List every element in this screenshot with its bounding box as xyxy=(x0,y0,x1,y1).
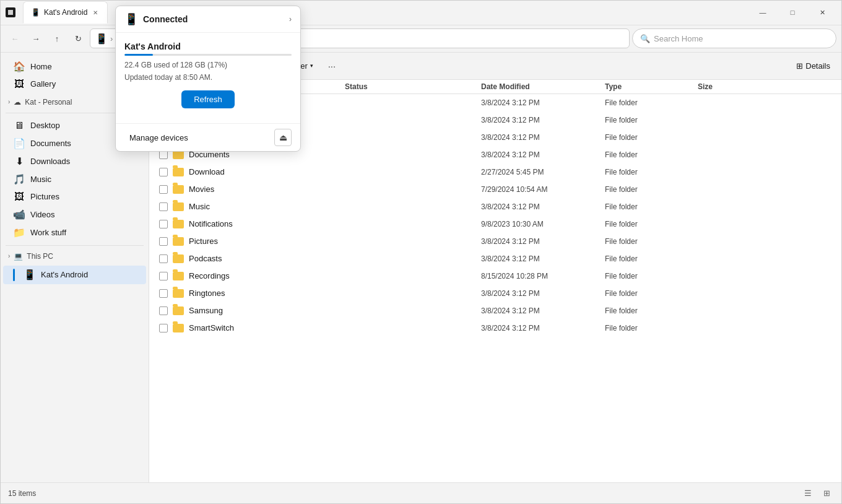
popup-device-icon: 📱 xyxy=(124,12,138,26)
popup-device-name: Kat's Android xyxy=(124,41,292,51)
popup-updated-text: Updated today at 8:50 AM. xyxy=(124,73,292,82)
popup-body: Kat's Android 22.4 GB used of 128 GB (17… xyxy=(116,33,300,123)
manage-devices-button[interactable]: Manage devices xyxy=(124,131,193,145)
popup-footer: Manage devices ⏏ xyxy=(116,123,300,151)
eject-button[interactable]: ⏏ xyxy=(274,129,292,146)
popup-header: 📱 Connected › xyxy=(116,6,300,33)
popup-overlay: 📱 Connected › Kat's Android 22.4 GB used… xyxy=(1,1,841,503)
popup-chevron-icon[interactable]: › xyxy=(289,15,292,24)
popup-connected-label: Connected xyxy=(143,14,188,24)
eject-icon: ⏏ xyxy=(279,133,287,142)
popup-progress-fill xyxy=(124,54,153,56)
popup-progress-bar xyxy=(124,54,292,56)
popup-connected-status: 📱 Connected xyxy=(124,12,188,26)
popup-refresh-button[interactable]: Refresh xyxy=(181,90,235,108)
popup-storage: 22.4 GB used of 128 GB (17%) xyxy=(124,61,292,69)
device-popup: 📱 Connected › Kat's Android 22.4 GB used… xyxy=(115,6,301,152)
